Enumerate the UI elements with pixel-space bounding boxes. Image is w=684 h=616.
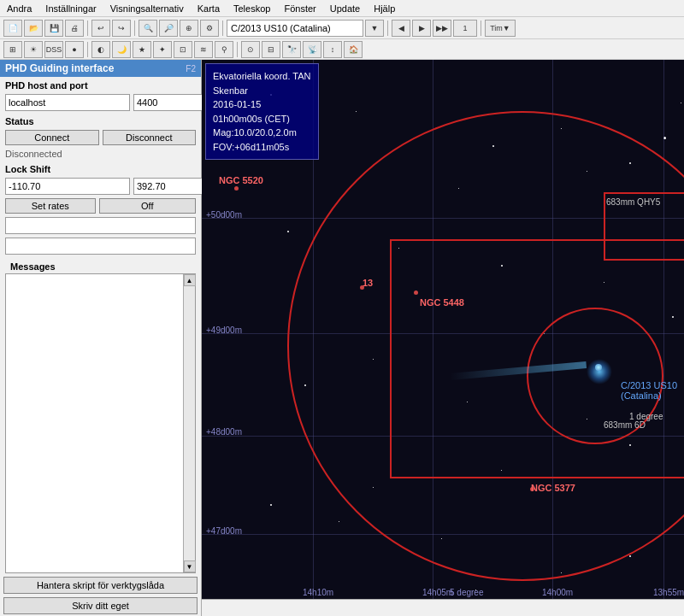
tb2-btn6[interactable]: 🌙: [112, 41, 131, 58]
tb2-btn13[interactable]: ⊟: [262, 41, 280, 58]
tooltip-line5: Mag:10.0/20.0,2.0m: [213, 126, 311, 140]
search-btn[interactable]: ▼: [365, 20, 384, 37]
tb2-btn9[interactable]: ⊡: [174, 41, 192, 58]
tb2-btn8[interactable]: ✦: [153, 41, 172, 58]
tb2-btn12[interactable]: ⊙: [241, 41, 260, 58]
time-btn[interactable]: Tim▼: [485, 20, 516, 37]
star: [339, 521, 339, 522]
extra-input2[interactable]: [5, 238, 196, 255]
scroll-up[interactable]: ▲: [184, 274, 196, 286]
zoom-in-btn[interactable]: 🔍: [139, 20, 157, 37]
fov5deg-label: 5 degree: [450, 588, 483, 597]
tooltip-line3: 2016-01-15: [213, 97, 311, 112]
sep5: [481, 21, 481, 36]
bottom-btn2[interactable]: Skriv ditt eget: [3, 597, 198, 614]
tb2-btn4[interactable]: ●: [65, 41, 84, 58]
dec47-label: +47d00m: [206, 526, 242, 536]
tb2-btn16[interactable]: ↕: [323, 41, 342, 58]
scroll-down[interactable]: ▼: [184, 560, 196, 572]
sep3: [222, 21, 223, 36]
tooltip: Ekvatoriella koord. TAN Skenbar 2016-01-…: [205, 63, 319, 160]
host-input[interactable]: [5, 94, 130, 111]
menu-visningsalternativ[interactable]: Visningsalternativ: [107, 2, 187, 15]
ngc5448-label: NGC 5448: [420, 297, 464, 308]
nav-right-btn[interactable]: ▶: [412, 20, 431, 37]
star: [356, 111, 357, 112]
menu-hjalp[interactable]: Hjälp: [370, 2, 398, 15]
sep7: [237, 42, 238, 57]
disconnect-button[interactable]: Disconnect: [103, 130, 197, 145]
off-label: Off: [99, 198, 197, 214]
nav-left-btn[interactable]: ◀: [392, 20, 410, 37]
ra-14h00m-label: 14h00m: [542, 588, 573, 597]
tb2-btn17[interactable]: 🏠: [344, 41, 363, 58]
dec48-label: +48d00m: [206, 427, 242, 437]
menu-teleskop[interactable]: Teleskop: [230, 2, 274, 15]
fov683-6d-label: 683mm 6D: [604, 420, 646, 430]
star: [681, 103, 681, 103]
new-btn[interactable]: 📄: [3, 20, 22, 37]
ra-14h10m-label: 14h10m: [303, 588, 333, 597]
tb2-btn7[interactable]: ★: [133, 41, 151, 58]
scrollbar[interactable]: ▲ ▼: [183, 274, 195, 572]
tooltip-line2: Skenbar: [213, 84, 311, 98]
bottom-btn1[interactable]: Hantera skript för verktygslåda: [3, 577, 198, 594]
star: [270, 504, 272, 506]
menu-karta[interactable]: Karta: [194, 2, 223, 15]
messages-label: Messages: [5, 258, 196, 273]
sep1: [87, 21, 88, 36]
save-btn[interactable]: 💾: [44, 20, 63, 37]
lock-shift-x[interactable]: [5, 178, 130, 195]
settings-btn[interactable]: ⚙: [200, 20, 219, 37]
comet-core: [595, 364, 602, 371]
redo-btn[interactable]: ↪: [112, 20, 131, 37]
extra-input1[interactable]: [5, 217, 196, 234]
ngc5520-label: NGC 5520: [219, 175, 263, 185]
lock-shift-row: [0, 176, 201, 197]
tooltip-line6: FOV:+06d11m05s: [213, 140, 311, 155]
set-rates-button[interactable]: Set rates: [5, 198, 96, 214]
fov683qhy5-label: 683mm QHY5: [606, 197, 660, 207]
zoom-out-btn[interactable]: 🔎: [159, 20, 178, 37]
star: [287, 231, 289, 232]
messages-box: ▲ ▼: [5, 273, 196, 573]
tb2-btn11[interactable]: ⚲: [215, 41, 233, 58]
menu-fonster[interactable]: Fönster: [280, 2, 319, 15]
tooltip-line4: 01h00m00s (CET): [213, 112, 311, 126]
panel-title: PHD Guiding interface F2: [0, 60, 201, 77]
toolbar1: 📄 📂 💾 🖨 ↩ ↪ 🔍 🔎 ⊕ ⚙ ▼ ◀ ▶ ▶▶ 1 Tim▼: [0, 17, 684, 39]
menu-update[interactable]: Update: [327, 2, 363, 15]
comet-label: C/2013 US10 (Catalina): [621, 380, 684, 401]
skymap[interactable]: Ekvatoriella koord. TAN Skenbar 2016-01-…: [202, 60, 684, 616]
tb2-btn2[interactable]: ☀: [24, 41, 43, 58]
tb2-btn14[interactable]: 🔭: [282, 41, 301, 58]
dec49-label: +49d00m: [206, 326, 242, 335]
lock-shift-label: Lock Shift: [0, 161, 201, 176]
connect-button[interactable]: Connect: [5, 130, 99, 145]
panel-f2: F2: [186, 64, 196, 73]
host-label: PHD host and port: [0, 77, 201, 92]
toolbar2: ⊞ ☀ DSS ● ◐ 🌙 ★ ✦ ⊡ ≋ ⚲ ⊙ ⊟ 🔭 📡 ↕ 🏠: [0, 39, 684, 60]
tb2-btn3[interactable]: DSS: [44, 41, 63, 58]
undo-btn[interactable]: ↩: [91, 20, 110, 37]
dec50-label: +50d00m: [206, 210, 242, 220]
set-rates-row: Set rates Off: [0, 197, 201, 215]
nav-play-btn[interactable]: ▶▶: [433, 20, 451, 37]
sep4: [387, 21, 388, 36]
tb2-btn5[interactable]: ◐: [91, 41, 110, 58]
tb2-btn15[interactable]: 📡: [303, 41, 321, 58]
tb2-btn1[interactable]: ⊞: [3, 41, 22, 58]
tb2-btn10[interactable]: ≋: [194, 41, 213, 58]
skymap-bottom-bar: [202, 599, 684, 616]
ngc5377-label: NGC 5377: [531, 483, 575, 493]
menu-installningar[interactable]: Inställningar: [42, 2, 99, 15]
status-text: Disconnected: [0, 147, 201, 161]
menu-andra[interactable]: Andra: [3, 2, 35, 15]
print-btn[interactable]: 🖨: [65, 20, 84, 37]
search-container: [227, 20, 363, 37]
target-btn[interactable]: ⊕: [180, 20, 198, 37]
messages-section: Messages ▲ ▼: [0, 256, 201, 575]
panel-title-text: PHD Guiding interface: [5, 62, 114, 74]
search-input[interactable]: [231, 23, 359, 33]
open-btn[interactable]: 📂: [24, 20, 43, 37]
